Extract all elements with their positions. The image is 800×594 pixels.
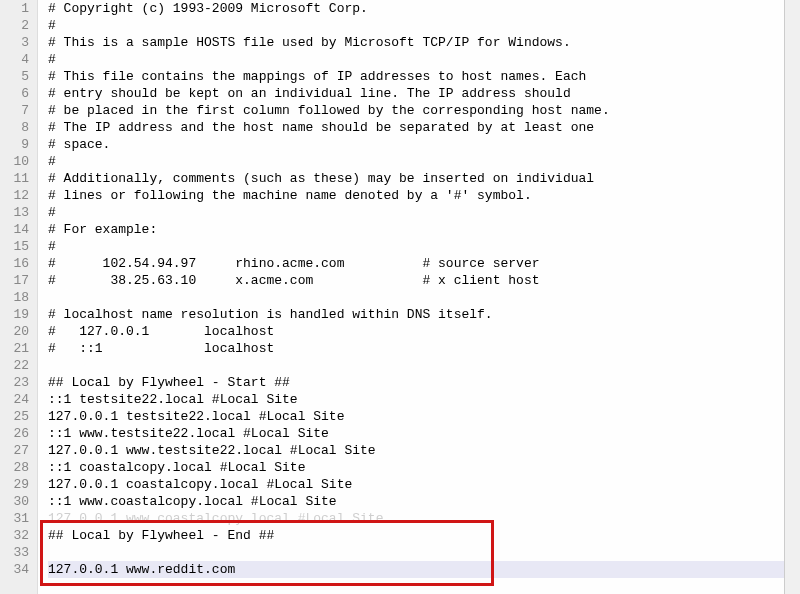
code-editor[interactable]: 1234567891011121314151617181920212223242… — [0, 0, 800, 594]
code-line[interactable]: # ::1 localhost — [48, 340, 800, 357]
line-number: 31 — [0, 510, 29, 527]
line-number: 19 — [0, 306, 29, 323]
line-number: 21 — [0, 340, 29, 357]
scrollbar-track[interactable] — [784, 0, 800, 594]
line-number: 23 — [0, 374, 29, 391]
line-number: 34 — [0, 561, 29, 578]
line-number: 6 — [0, 85, 29, 102]
code-line[interactable]: ::1 www.coastalcopy.local #Local Site — [48, 493, 800, 510]
code-line[interactable]: # 127.0.0.1 localhost — [48, 323, 800, 340]
line-number: 5 — [0, 68, 29, 85]
code-line[interactable]: ::1 www.testsite22.local #Local Site — [48, 425, 800, 442]
code-line[interactable]: # 102.54.94.97 rhino.acme.com # source s… — [48, 255, 800, 272]
code-line[interactable]: # — [48, 238, 800, 255]
line-number: 33 — [0, 544, 29, 561]
editor-content[interactable]: # Copyright (c) 1993-2009 Microsoft Corp… — [38, 0, 800, 594]
code-line[interactable]: 127.0.0.1 www.reddit.com — [48, 561, 800, 578]
line-number: 17 — [0, 272, 29, 289]
code-line[interactable]: # The IP address and the host name shoul… — [48, 119, 800, 136]
code-line[interactable] — [48, 289, 800, 306]
code-line[interactable]: # be placed in the first column followed… — [48, 102, 800, 119]
line-number: 11 — [0, 170, 29, 187]
code-line[interactable]: # — [48, 153, 800, 170]
line-number: 9 — [0, 136, 29, 153]
line-number: 8 — [0, 119, 29, 136]
code-line[interactable]: ::1 coastalcopy.local #Local Site — [48, 459, 800, 476]
code-line[interactable]: # — [48, 17, 800, 34]
code-line[interactable]: ::1 testsite22.local #Local Site — [48, 391, 800, 408]
line-number: 1 — [0, 0, 29, 17]
code-line[interactable]: 127.0.0.1 www.coastalcopy.local #Local S… — [48, 510, 800, 527]
code-line[interactable]: 127.0.0.1 coastalcopy.local #Local Site — [48, 476, 800, 493]
line-number: 25 — [0, 408, 29, 425]
line-number: 2 — [0, 17, 29, 34]
line-number: 22 — [0, 357, 29, 374]
line-number: 20 — [0, 323, 29, 340]
line-number: 10 — [0, 153, 29, 170]
line-number: 28 — [0, 459, 29, 476]
code-line[interactable]: 127.0.0.1 www.testsite22.local #Local Si… — [48, 442, 800, 459]
line-number-gutter: 1234567891011121314151617181920212223242… — [0, 0, 38, 594]
code-line[interactable]: # localhost name resolution is handled w… — [48, 306, 800, 323]
line-number: 15 — [0, 238, 29, 255]
line-number: 14 — [0, 221, 29, 238]
code-line[interactable]: # space. — [48, 136, 800, 153]
code-line[interactable]: # This is a sample HOSTS file used by Mi… — [48, 34, 800, 51]
code-line[interactable]: # For example: — [48, 221, 800, 238]
code-line[interactable]: # Copyright (c) 1993-2009 Microsoft Corp… — [48, 0, 800, 17]
code-line[interactable]: # 38.25.63.10 x.acme.com # x client host — [48, 272, 800, 289]
code-line[interactable]: # lines or following the machine name de… — [48, 187, 800, 204]
line-number: 16 — [0, 255, 29, 272]
line-number: 30 — [0, 493, 29, 510]
line-number: 24 — [0, 391, 29, 408]
code-line[interactable] — [48, 544, 800, 561]
code-line[interactable]: # Additionally, comments (such as these)… — [48, 170, 800, 187]
line-number: 26 — [0, 425, 29, 442]
code-line[interactable]: # entry should be kept on an individual … — [48, 85, 800, 102]
code-line[interactable]: ## Local by Flywheel - Start ## — [48, 374, 800, 391]
code-line[interactable]: # — [48, 51, 800, 68]
line-number: 18 — [0, 289, 29, 306]
code-line[interactable]: ## Local by Flywheel - End ## — [48, 527, 800, 544]
line-number: 12 — [0, 187, 29, 204]
code-line[interactable]: 127.0.0.1 testsite22.local #Local Site — [48, 408, 800, 425]
code-line[interactable]: # This file contains the mappings of IP … — [48, 68, 800, 85]
line-number: 29 — [0, 476, 29, 493]
code-line[interactable] — [48, 357, 800, 374]
line-number: 3 — [0, 34, 29, 51]
line-number: 4 — [0, 51, 29, 68]
line-number: 13 — [0, 204, 29, 221]
line-number: 32 — [0, 527, 29, 544]
line-number: 27 — [0, 442, 29, 459]
code-line[interactable]: # — [48, 204, 800, 221]
line-number: 7 — [0, 102, 29, 119]
